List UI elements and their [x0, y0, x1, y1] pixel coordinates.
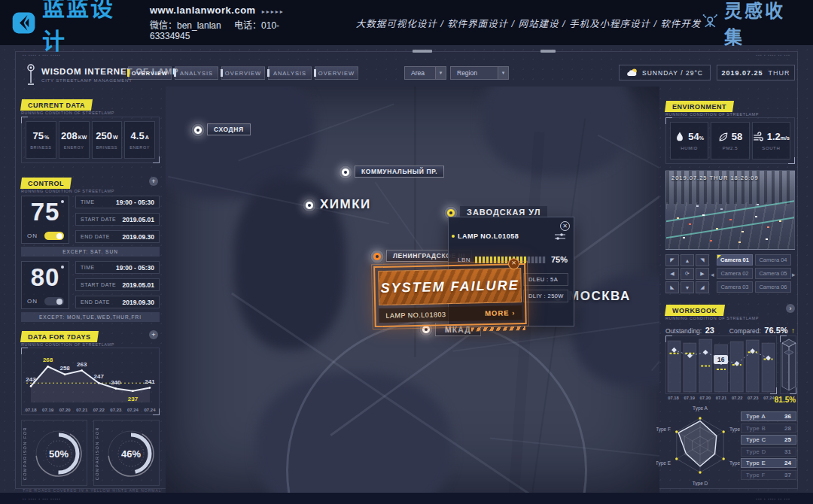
streetlamp-icon: [26, 63, 36, 86]
type-row-type-c[interactable]: Type C25: [741, 435, 796, 445]
area-dropdown[interactable]: Area ▾: [404, 66, 446, 80]
more-button[interactable]: MORE ›: [485, 308, 516, 317]
type-row-type-f[interactable]: Type F37: [741, 470, 796, 480]
type-row-type-d[interactable]: Type D31: [741, 447, 796, 457]
dpad-button-1[interactable]: ◤: [665, 254, 679, 266]
brand-logo-text: 蓝蓝设计: [42, 0, 133, 56]
dpad-button-9[interactable]: ◢: [696, 281, 709, 293]
collect-star-icon: [701, 13, 720, 32]
control-subtitle: RUNNING CONDITION OF STREETLAMP: [21, 189, 114, 193]
sliders-icon[interactable]: [554, 232, 566, 241]
data-7days-add-button[interactable]: +: [149, 330, 158, 339]
env-label: HUMID: [681, 146, 698, 150]
tab-label: OVERVIEW: [225, 70, 261, 77]
map-label[interactable]: ХИМКИ: [320, 197, 371, 212]
stat-value: 75%: [33, 130, 50, 141]
line-chart-svg: 24307.1826807.1925807.2026307.2124707.22…: [22, 348, 159, 414]
brightness-level-box: 80 ON: [21, 261, 69, 309]
comparison-gauge-2: COMPARISON FOR46%: [93, 420, 160, 486]
dpad-button-3[interactable]: ◥: [696, 254, 709, 266]
workbook-badge: WORKBOOK: [665, 305, 725, 316]
camera-button-1[interactable]: Camera 01: [717, 254, 753, 266]
svg-text:Type D: Type D: [693, 481, 708, 486]
chevron-down-icon: ▾: [498, 67, 508, 79]
comparison-gauge-1: COMPARISON FOR50%: [21, 420, 87, 486]
stat-label: ENERGY: [64, 145, 84, 150]
stat-label: ENERGY: [129, 145, 150, 150]
data-7days-subtitle: RUNNING CONDITION OF STREETLAMP: [21, 342, 114, 347]
frame-microtext: ▪▪▪ ▪ ▪▪▪▪ ▪▪ ▪▪▪: [756, 496, 790, 501]
type-label: Type C: [746, 436, 766, 443]
type-value: 36: [784, 413, 791, 420]
line-chart-panel: 24307.1826807.1925807.2026307.2124707.22…: [21, 348, 160, 415]
camera-button-6[interactable]: Camera 06: [755, 281, 791, 293]
env-label: PM2.5: [723, 146, 738, 150]
gauge-ring: [105, 421, 157, 487]
compared-label: Compared:: [729, 327, 761, 335]
camera-button-5[interactable]: Camera 05: [755, 268, 791, 279]
tab-label: ANALYSIS: [273, 70, 306, 77]
workbook-next-button[interactable]: ›: [786, 304, 795, 313]
schedule-toggle[interactable]: [44, 232, 64, 240]
control-add-button[interactable]: +: [149, 177, 158, 186]
camera-button-2[interactable]: Camera 02: [717, 268, 753, 279]
bulb-icon: [61, 266, 64, 269]
close-icon[interactable]: ✕: [560, 221, 570, 231]
region-dropdown[interactable]: Region ▾: [450, 66, 509, 80]
dpad-button-4[interactable]: ◀: [665, 268, 679, 280]
prism-indicator: [780, 335, 796, 394]
lbn-label: LBN: [458, 257, 470, 263]
popup-stat: DLEU : 5A: [523, 273, 568, 286]
map-pin-2[interactable]: [339, 165, 352, 179]
map-label[interactable]: КОММУНАЛЬНЫЙ ПР.: [355, 165, 444, 178]
current-data-subtitle: RUNNING CONDITION OF STREETLAMP: [21, 111, 114, 115]
environment-stat-tile: 58PM2.5: [711, 122, 749, 159]
map-label[interactable]: МОСКВА: [568, 289, 631, 304]
svg-text:247: 247: [94, 373, 105, 380]
schedule-toggle[interactable]: [44, 297, 64, 305]
type-row-type-a[interactable]: Type A36: [741, 411, 796, 421]
tab-analysis-1[interactable]: ANALYSIS: [175, 66, 218, 80]
chevron-down-icon: ▾: [435, 67, 446, 79]
outstanding-value: 23: [705, 326, 714, 335]
map-label[interactable]: СХОДНЯ: [207, 123, 251, 135]
stage: 蓝蓝设计 www.lanlanwork.com▸▸▸▸▸ 微信：ben_lanl…: [0, 0, 813, 504]
camera-button-3[interactable]: Camera 03: [717, 281, 753, 293]
svg-text:07.22: 07.22: [93, 408, 105, 412]
svg-text:07.18: 07.18: [25, 408, 37, 412]
map-pin-1[interactable]: [191, 123, 205, 137]
tab-analysis-3[interactable]: ANALYSIS: [268, 66, 312, 80]
tab-overview-2[interactable]: OVERVIEW: [221, 66, 265, 80]
type-value: 28: [784, 425, 791, 432]
tab-overview-0[interactable]: OVERVIEW: [128, 66, 172, 80]
dpad-button-7[interactable]: ◣: [665, 281, 679, 293]
dpad-button-6[interactable]: ▶: [696, 268, 709, 280]
camera-feed[interactable]: 2019.07.25 THUR 18:26:09: [665, 170, 795, 250]
tab-tick-icon: [267, 69, 269, 77]
camera-next-icon[interactable]: ▸: [792, 271, 796, 278]
banner-site[interactable]: www.lanlanwork.com: [150, 5, 256, 16]
map-pin-3[interactable]: [303, 199, 316, 212]
camera-prev-icon[interactable]: ◂: [711, 271, 714, 278]
env-value: 54%: [688, 131, 704, 142]
type-row-type-b[interactable]: Type B28: [741, 424, 796, 433]
weather-widget: SUNNDAY / 29°C: [619, 65, 711, 80]
start-date-row: START DATE2019.05.01: [75, 213, 160, 226]
environment-stat-tile: 1.2m/sSOUTH: [752, 122, 790, 159]
tab-overview-4[interactable]: OVERVIEW: [315, 66, 358, 80]
wechat-id: ben_lanlan: [177, 20, 221, 31]
type-row-type-e[interactable]: Type E24: [741, 458, 796, 468]
dpad-button-5[interactable]: ⟳: [681, 268, 694, 280]
except-days: EXCEPT: SAT. SUN: [21, 247, 160, 257]
tab-tick-icon: [174, 69, 176, 77]
stat-label: BRINESS: [30, 145, 51, 150]
map-pin-5[interactable]: [370, 250, 384, 263]
dpad-button-2[interactable]: ▲: [681, 254, 694, 266]
dpad-button-8[interactable]: ▼: [681, 281, 694, 293]
control-badge: CONTROL: [20, 178, 72, 189]
workbook-x-label: 07.22: [729, 396, 745, 400]
stat-label: BRINESS: [96, 145, 117, 150]
area-dropdown-value: Area: [405, 69, 435, 77]
brand-logo: 蓝蓝设计: [11, 0, 133, 56]
camera-button-4[interactable]: Camera 04: [755, 254, 791, 266]
